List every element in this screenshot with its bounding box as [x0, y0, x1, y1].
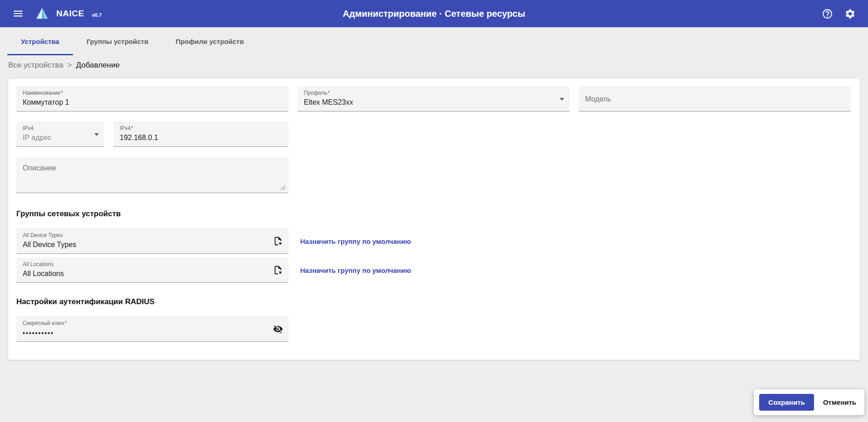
name-field-label-text: Наименование: [23, 90, 60, 96]
group-field-locations[interactable]: All Locations All Locations: [16, 257, 288, 283]
resize-handle-icon[interactable]: [280, 185, 286, 190]
ipv4-field-value: 192.168.0.1: [120, 134, 282, 142]
breadcrumb-all-devices[interactable]: Все устройства: [8, 61, 63, 70]
group-locations-label: All Locations: [23, 261, 282, 267]
profile-field[interactable]: Профиль* Eltex MES23xx: [297, 86, 570, 112]
ip-type-label: IPv4: [23, 125, 98, 131]
breadcrumb-separator: >: [68, 61, 72, 70]
name-field[interactable]: Наименование* Коммутатор 1: [16, 86, 288, 112]
form-row-2: IPv4 IP адрес IPv4* 192.168.0.1: [16, 121, 852, 147]
ipv4-field-label: IPv4*: [120, 125, 282, 131]
save-button[interactable]: Сохранить: [759, 394, 814, 411]
settings-gear-icon[interactable]: [842, 5, 858, 22]
radius-section-title: Настройки аутентификации RADIUS: [16, 297, 852, 306]
chevron-down-icon[interactable]: [94, 133, 99, 136]
form-row-1: Наименование* Коммутатор 1 Профиль* Elte…: [16, 86, 852, 112]
required-marker: *: [328, 90, 330, 96]
group-device-types-value: All Device Types: [23, 241, 282, 249]
secret-key-label: Секретный ключ*: [23, 320, 282, 326]
groups-section-title: Группы сетевых устройств: [16, 209, 852, 218]
page-title: Администрирование · Сетевые ресурсы: [343, 9, 526, 19]
device-form-card: Наименование* Коммутатор 1 Профиль* Elte…: [8, 79, 860, 360]
profile-field-label-text: Профиль: [304, 90, 327, 96]
group-field-device-types[interactable]: All Device Types All Device Types: [16, 228, 288, 254]
name-field-label: Наименование*: [23, 90, 282, 96]
group-row-device-types: All Device Types All Device Types Назнач…: [16, 228, 852, 254]
ipv4-field-label-text: IPv4: [120, 125, 131, 131]
profile-field-value: Eltex MES23xx: [304, 98, 563, 107]
group-row-locations: All Locations All Locations Назначить гр…: [16, 257, 852, 283]
description-field[interactable]: Описание: [16, 157, 288, 193]
deselect-group-icon[interactable]: [272, 264, 284, 276]
brand-name: NAICE: [56, 9, 84, 19]
name-field-value: Коммутатор 1: [23, 98, 282, 107]
assign-default-group-link[interactable]: Назначить группу по умолчанию: [300, 267, 411, 274]
secret-key-field[interactable]: Секретный ключ* ••••••••••: [16, 316, 288, 342]
required-marker: *: [61, 90, 63, 96]
group-locations-label-text: All Locations: [23, 261, 54, 267]
naice-logo-icon: [35, 7, 49, 20]
model-field-label: Модель: [585, 95, 611, 103]
tab-device-groups[interactable]: Группы устройств: [73, 27, 162, 55]
breadcrumb: Все устройства > Добавление: [0, 55, 868, 76]
secret-key-label-text: Секретный ключ: [23, 320, 64, 326]
profile-field-label: Профиль*: [304, 90, 563, 96]
cancel-button[interactable]: Отменить: [820, 394, 859, 411]
app-bar: NAICE v0.7 Администрирование · Сетевые р…: [0, 0, 868, 27]
description-field-label: Описание: [23, 164, 282, 172]
ip-type-label-text: IPv4: [23, 125, 34, 131]
form-row-3: Описание: [16, 157, 852, 193]
breadcrumb-current: Добавление: [76, 61, 120, 70]
model-field[interactable]: Модель: [579, 86, 851, 112]
assign-default-group-link[interactable]: Назначить группу по умолчанию: [300, 238, 411, 245]
menu-icon[interactable]: [10, 5, 26, 22]
app-bar-right: [819, 5, 858, 22]
brand-version: v0.7: [92, 12, 102, 18]
action-bar: Сохранить Отменить: [754, 389, 864, 415]
group-device-types-label-text: All Device Types: [23, 232, 63, 238]
ip-type-select[interactable]: IPv4 IP адрес: [16, 121, 104, 147]
deselect-group-icon[interactable]: [272, 235, 284, 247]
secret-key-value: ••••••••••: [23, 330, 282, 337]
tab-device-profiles[interactable]: Профили устройств: [162, 27, 257, 55]
tab-devices[interactable]: Устройства: [7, 27, 73, 55]
group-device-types-label: All Device Types: [23, 232, 282, 238]
tab-bar: Устройства Группы устройств Профили устр…: [0, 27, 868, 55]
app-bar-left: NAICE v0.7: [10, 5, 102, 22]
ip-type-value: IP адрес: [23, 134, 98, 142]
required-marker: *: [65, 320, 67, 326]
group-locations-value: All Locations: [23, 270, 282, 278]
required-marker: *: [131, 125, 133, 131]
ipv4-field[interactable]: IPv4* 192.168.0.1: [113, 121, 288, 147]
help-icon[interactable]: [819, 5, 835, 22]
visibility-off-icon[interactable]: [272, 323, 284, 335]
chevron-down-icon[interactable]: [560, 98, 564, 101]
